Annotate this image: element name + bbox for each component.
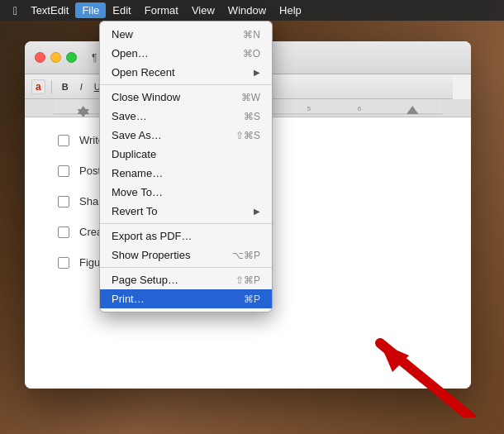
toolbar-separator-1 (51, 80, 52, 93)
apple-menu-icon[interactable]:  (7, 4, 24, 17)
menu-duplicate[interactable]: Duplicate (100, 145, 272, 164)
menu-close-window-label: Close Window (112, 91, 180, 103)
bold-button[interactable]: B (58, 81, 73, 93)
menu-save-label: Save… (112, 110, 147, 122)
menu-page-setup[interactable]: Page Setup… ⇧⌘P (100, 270, 272, 289)
checkbox-1[interactable] (58, 135, 69, 146)
menu-page-setup-label: Page Setup… (112, 274, 178, 286)
menu-format[interactable]: Format (138, 2, 185, 18)
svg-text:6: 6 (358, 105, 362, 112)
menu-open[interactable]: Open… ⌘O (100, 44, 272, 63)
menubar:  TextEdit File Edit Format View Window … (0, 0, 504, 21)
minimize-button[interactable] (50, 52, 61, 63)
checkbox-5[interactable] (58, 257, 69, 269)
menu-rename[interactable]: Rename… (100, 164, 272, 183)
menu-print[interactable]: Print… ⌘P (100, 289, 272, 308)
menu-move-to-label: Move To… (112, 186, 163, 198)
menu-show-properties[interactable]: Show Properties ⌥⌘P (100, 246, 272, 265)
menu-rename-label: Rename… (112, 167, 163, 179)
menu-open-label: Open… (112, 47, 149, 60)
menu-show-properties-shortcut: ⌥⌘P (232, 250, 260, 261)
menu-save[interactable]: Save… ⌘S (100, 107, 272, 126)
menu-save-shortcut: ⌘S (244, 111, 260, 122)
menu-export-pdf-label: Export as PDF… (112, 230, 193, 242)
font-color-icon[interactable]: a (31, 79, 45, 94)
menu-export-pdf[interactable]: Export as PDF… (100, 227, 272, 246)
menu-new-label: New (112, 28, 133, 41)
menu-show-properties-label: Show Properties (112, 249, 190, 261)
menu-duplicate-label: Duplicate (112, 148, 156, 160)
revert-to-arrow: ▶ (254, 207, 260, 216)
italic-button[interactable]: I (76, 81, 87, 93)
menu-open-recent[interactable]: Open Recent ▶ (100, 63, 272, 82)
menu-file[interactable]: File (75, 2, 106, 18)
menu-new-shortcut: ⌘N (243, 29, 260, 41)
separator-1 (100, 84, 272, 85)
checkbox-2[interactable] (58, 165, 69, 177)
separator-3 (100, 267, 272, 268)
checkbox-4[interactable] (58, 227, 69, 238)
checkbox-3[interactable] (58, 196, 69, 207)
menu-print-shortcut: ⌘P (244, 293, 260, 305)
menu-revert-to[interactable]: Revert To ▶ (100, 202, 272, 221)
menu-save-as-shortcut: ⇧⌘S (235, 130, 260, 141)
menu-textedit[interactable]: TextEdit (24, 2, 75, 18)
close-button[interactable] (35, 52, 45, 63)
menu-close-window-shortcut: ⌘W (241, 92, 260, 103)
file-dropdown-menu: New ⌘N Open… ⌘O Open Recent ▶ Close Wind… (99, 21, 273, 312)
menu-window[interactable]: Window (221, 2, 273, 18)
menu-new[interactable]: New ⌘N (100, 25, 272, 44)
paragraph-icon: ¶ (92, 52, 97, 64)
separator-2 (100, 223, 272, 224)
maximize-button[interactable] (66, 52, 77, 63)
menu-page-setup-shortcut: ⇧⌘P (235, 274, 260, 286)
traffic-lights (35, 52, 77, 63)
menu-print-label: Print… (112, 293, 145, 305)
menu-open-recent-label: Open Recent (112, 66, 175, 79)
menu-save-as[interactable]: Save As… ⇧⌘S (100, 126, 272, 145)
menu-edit[interactable]: Edit (106, 2, 137, 18)
menu-revert-to-label: Revert To (112, 205, 157, 217)
menu-open-shortcut: ⌘O (243, 48, 260, 60)
menu-save-as-label: Save As… (112, 129, 162, 141)
menu-view[interactable]: View (185, 2, 221, 18)
open-recent-arrow: ▶ (254, 68, 260, 77)
menu-help[interactable]: Help (273, 2, 308, 18)
svg-text:5: 5 (307, 105, 311, 112)
menu-close-window[interactable]: Close Window ⌘W (100, 88, 272, 107)
menu-move-to[interactable]: Move To… (100, 183, 272, 202)
